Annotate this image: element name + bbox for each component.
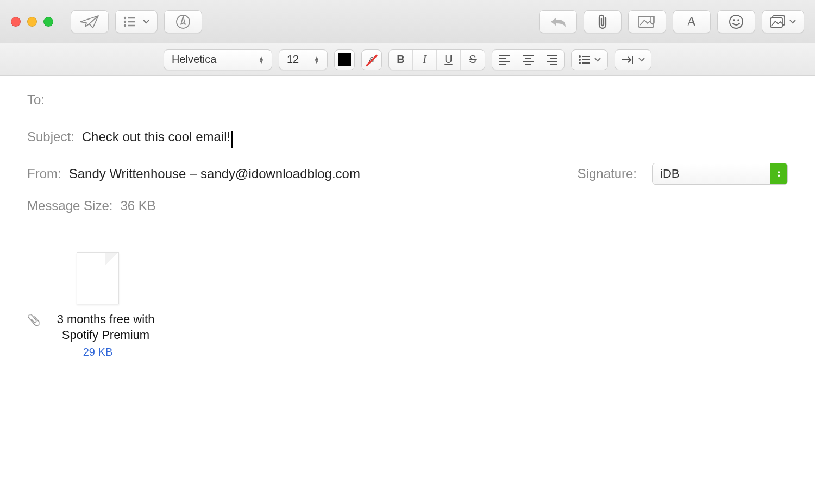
from-label: From: — [27, 166, 61, 181]
format-toolbar: Helvetica ▲▼ 12 ▲▼ a B I U S — [0, 43, 815, 76]
align-right-button[interactable] — [540, 50, 564, 70]
subject-row[interactable]: Subject: Check out this cool email! — [27, 118, 788, 155]
emoji-button[interactable] — [717, 10, 755, 33]
text-color-button[interactable] — [334, 49, 355, 70]
svg-point-9 — [730, 15, 743, 28]
chevron-down-icon — [638, 58, 645, 62]
message-size-label: Message Size: — [27, 198, 112, 213]
message-header-fields: To: Subject: Check out this cool email! … — [0, 76, 815, 219]
message-size-row: Message Size: 36 KB — [27, 192, 788, 219]
close-window-button[interactable] — [11, 17, 21, 27]
bullet-list-icon — [578, 55, 590, 65]
underline-button[interactable]: U — [437, 50, 461, 70]
list-icon — [123, 16, 140, 28]
list-style-button[interactable] — [571, 49, 608, 70]
photos-icon — [770, 15, 786, 28]
attachment-name: 3 months free with Spotify Premium — [43, 312, 168, 343]
signature-value: iDB — [653, 167, 679, 181]
message-size-value: 36 KB — [120, 198, 155, 213]
no-color-icon: a — [365, 53, 378, 66]
text-align-segment — [492, 49, 565, 70]
to-row[interactable]: To: — [27, 81, 788, 118]
reply-button[interactable] — [539, 10, 577, 33]
align-center-icon — [522, 55, 534, 65]
chevron-down-icon — [143, 20, 149, 24]
text-cursor-icon — [231, 131, 233, 148]
font-size-select[interactable]: 12 ▲▼ — [279, 49, 328, 70]
zoom-window-button[interactable] — [43, 17, 53, 27]
paperclip-icon — [595, 14, 610, 30]
stepper-carets-icon: ▲▼ — [770, 163, 787, 184]
bold-icon: B — [397, 53, 404, 66]
paper-plane-icon — [80, 15, 99, 29]
font-family-select[interactable]: Helvetica ▲▼ — [164, 49, 272, 70]
file-icon — [77, 252, 119, 304]
strikethrough-icon: S — [469, 53, 476, 66]
from-value[interactable]: Sandy Writtenhouse – sandy@idownloadblog… — [69, 166, 360, 181]
subject-value: Check out this cool email! — [82, 129, 230, 144]
svg-point-3 — [124, 20, 126, 22]
signature-label: Signature: — [578, 166, 637, 181]
window-titlebar: A — [0, 0, 815, 43]
bold-button[interactable]: B — [389, 50, 413, 70]
svg-point-28 — [579, 59, 581, 61]
font-family-value: Helvetica — [172, 53, 216, 66]
indent-icon — [621, 55, 634, 64]
svg-point-10 — [733, 19, 735, 21]
attachment-size: 29 KB — [27, 346, 168, 358]
background-color-button[interactable]: a — [361, 49, 382, 70]
stepper-carets-icon: ▲▼ — [314, 56, 319, 64]
align-left-icon — [498, 55, 510, 65]
markup-button[interactable] — [164, 10, 202, 33]
text-style-segment: B I U S — [388, 49, 485, 70]
message-body[interactable]: 📎 3 months free with Spotify Premium 29 … — [0, 219, 815, 391]
reply-arrow-icon — [549, 15, 567, 28]
svg-point-11 — [737, 19, 739, 21]
minimize-window-button[interactable] — [27, 17, 37, 27]
paperclip-icon: 📎 — [27, 313, 41, 327]
font-size-value: 12 — [287, 53, 299, 66]
color-swatch-black-icon — [338, 53, 351, 66]
stepper-carets-icon: ▲▼ — [259, 56, 264, 64]
svg-point-5 — [124, 24, 126, 26]
svg-point-1 — [124, 16, 126, 18]
align-left-button[interactable] — [492, 50, 516, 70]
svg-point-30 — [579, 62, 581, 64]
chevron-down-icon — [789, 20, 796, 24]
attachment-item[interactable]: 📎 3 months free with Spotify Premium 29 … — [27, 252, 168, 358]
chevron-down-icon — [594, 58, 601, 62]
header-fields-toggle-button[interactable] — [115, 10, 158, 33]
photo-browser-button[interactable] — [762, 10, 804, 33]
traffic-lights — [11, 17, 53, 27]
italic-button[interactable]: I — [413, 50, 437, 70]
letter-a-icon: A — [687, 14, 697, 30]
attach-button[interactable] — [584, 10, 622, 33]
smiley-icon — [729, 14, 744, 29]
svg-point-26 — [579, 55, 581, 58]
from-row: From: Sandy Writtenhouse – sandy@idownlo… — [27, 155, 788, 192]
strikethrough-button[interactable]: S — [461, 50, 485, 70]
to-label: To: — [27, 92, 45, 108]
signature-select[interactable]: iDB ▲▼ — [652, 163, 788, 185]
underline-icon: U — [444, 53, 452, 66]
italic-icon: I — [423, 53, 427, 66]
markup-pen-icon — [175, 14, 191, 30]
format-toggle-button[interactable]: A — [673, 10, 711, 33]
indent-button[interactable] — [615, 49, 651, 70]
subject-label: Subject: — [27, 129, 74, 144]
send-button[interactable] — [71, 10, 109, 33]
insert-media-button[interactable] — [628, 10, 666, 33]
align-right-icon — [546, 55, 558, 65]
picture-clip-icon — [638, 15, 656, 29]
align-center-button[interactable] — [516, 50, 540, 70]
